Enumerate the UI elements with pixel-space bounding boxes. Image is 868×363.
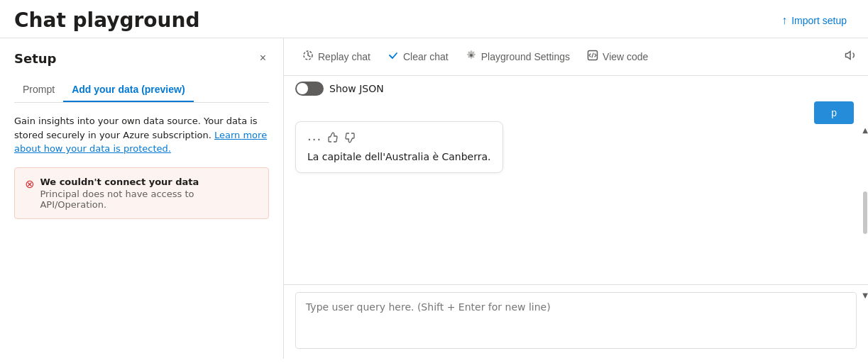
- page-header: Chat playground ↑ Import setup: [0, 0, 868, 38]
- bubble-more-icon[interactable]: ···: [307, 132, 322, 147]
- setup-header: Setup ×: [14, 50, 269, 67]
- clear-label: Clear chat: [403, 51, 449, 62]
- bubble-thumbdown-icon[interactable]: [344, 132, 356, 147]
- chat-panel: Replay chat Clear chat Playground S: [284, 38, 868, 359]
- tabs-container: Prompt Add your data (preview): [14, 78, 269, 103]
- bubble-text: La capitale dell'Australia è Canberra.: [307, 151, 491, 162]
- setup-description: Gain insights into your own data source.…: [14, 114, 269, 156]
- tab-add-your-data[interactable]: Add your data (preview): [63, 78, 193, 102]
- replay-chat-button[interactable]: Replay chat: [295, 45, 378, 68]
- tab-prompt[interactable]: Prompt: [14, 78, 63, 102]
- partial-action-button[interactable]: p: [814, 101, 854, 124]
- error-title: We couldn't connect your data: [40, 177, 258, 187]
- replay-icon: [302, 50, 314, 64]
- import-icon: ↑: [781, 14, 787, 27]
- clear-icon: [388, 50, 399, 64]
- playground-settings-button[interactable]: Playground Settings: [458, 45, 577, 68]
- view-code-label: View code: [603, 51, 648, 62]
- show-json-row: Show JSON: [284, 76, 868, 101]
- scroll-up-arrow[interactable]: ▲: [862, 126, 868, 134]
- error-description: Principal does not have access to API/Op…: [40, 189, 258, 210]
- chat-toolbar: Replay chat Clear chat Playground S: [284, 38, 868, 76]
- clear-chat-button[interactable]: Clear chat: [380, 45, 456, 68]
- view-code-icon: [587, 50, 598, 64]
- chat-area: p ··· L: [284, 101, 868, 284]
- settings-icon: [466, 50, 477, 64]
- main-content: Setup × Prompt Add your data (preview) G…: [0, 38, 868, 359]
- replay-label: Replay chat: [318, 51, 370, 62]
- speaker-icon[interactable]: [844, 49, 857, 65]
- settings-label: Playground Settings: [481, 51, 570, 62]
- setup-title: Setup: [14, 51, 56, 66]
- setup-panel: Setup × Prompt Add your data (preview) G…: [0, 38, 284, 359]
- show-json-toggle[interactable]: [295, 82, 324, 96]
- error-content: We couldn't connect your data Principal …: [40, 177, 258, 210]
- page-title: Chat playground: [14, 9, 199, 32]
- error-box: ⊗ We couldn't connect your data Principa…: [14, 167, 269, 219]
- bubble-actions: ···: [307, 132, 491, 147]
- view-code-button[interactable]: View code: [580, 45, 655, 68]
- scroll-down-arrow[interactable]: ▼: [862, 291, 868, 299]
- import-label: Import setup: [791, 15, 847, 26]
- bubble-thumbup-icon[interactable]: [327, 132, 339, 147]
- chat-bubble: ··· La capitale dell'Australia è Canberr…: [295, 121, 503, 173]
- scrollbar[interactable]: ▲ ▼: [862, 123, 868, 302]
- error-icon: ⊗: [25, 177, 34, 191]
- close-button[interactable]: ×: [257, 50, 269, 67]
- input-area: [284, 284, 868, 359]
- show-json-label: Show JSON: [329, 83, 384, 94]
- chat-input[interactable]: [295, 292, 857, 349]
- import-setup-button[interactable]: ↑ Import setup: [774, 10, 854, 31]
